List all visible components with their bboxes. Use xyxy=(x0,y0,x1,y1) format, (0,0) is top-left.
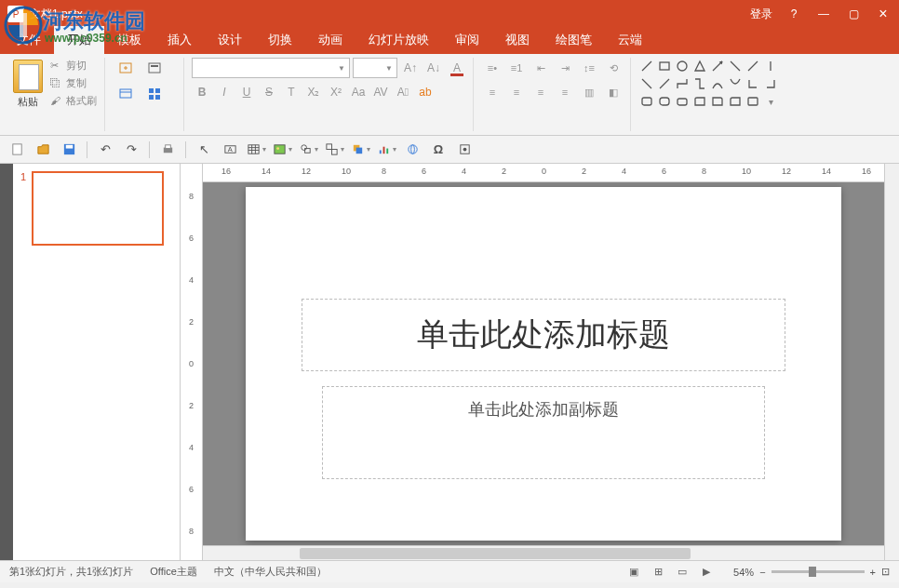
shapes-quick-button[interactable]: ▾ xyxy=(297,140,319,160)
align-center-button[interactable]: ≡ xyxy=(505,82,528,102)
bullets-button[interactable]: ≡• xyxy=(481,58,503,78)
shape-elbow2[interactable] xyxy=(691,75,708,92)
login-link[interactable]: 登录 xyxy=(750,7,772,22)
underline-button[interactable]: U xyxy=(236,82,257,102)
cut-button[interactable]: ✂剪切 xyxy=(48,58,99,74)
view-normal-button[interactable]: ▣ xyxy=(624,564,644,581)
ungroup-button[interactable]: ▾ xyxy=(323,140,345,160)
bold-button[interactable]: B xyxy=(192,82,212,102)
increase-font-button[interactable]: A↑ xyxy=(400,58,421,78)
redo-button[interactable]: ↷ xyxy=(120,140,142,160)
chart-button[interactable]: ▾ xyxy=(375,140,397,160)
shape-curve[interactable] xyxy=(709,75,726,92)
zoom-in-button[interactable]: + xyxy=(870,567,876,578)
view-slideshow-button[interactable]: ▶ xyxy=(696,564,717,581)
shapes-gallery[interactable]: ▾ xyxy=(638,58,888,110)
shape-diag2[interactable] xyxy=(727,58,744,74)
shape-rrect7[interactable] xyxy=(745,93,761,110)
shape-rrect3[interactable] xyxy=(674,93,691,110)
horizontal-scrollbar[interactable] xyxy=(203,545,884,560)
print-button[interactable] xyxy=(156,140,179,160)
zoom-out-button[interactable]: − xyxy=(759,567,765,578)
shape-vert[interactable] xyxy=(762,58,779,74)
indent-dec-button[interactable]: ⇤ xyxy=(530,58,552,78)
view-reading-button[interactable]: ▭ xyxy=(672,564,692,581)
tab-file[interactable]: 文件 xyxy=(4,26,54,54)
text-direction-button[interactable]: ⟲ xyxy=(602,58,624,78)
paste-button[interactable]: 粘贴 xyxy=(11,58,45,111)
shape-triangle[interactable] xyxy=(691,58,708,74)
vertical-scrollbar[interactable] xyxy=(884,164,899,560)
clear-format-button[interactable]: A⃠ xyxy=(393,82,413,102)
tab-design[interactable]: 设计 xyxy=(205,26,255,54)
align-right-button[interactable]: ≡ xyxy=(530,82,552,102)
section-button[interactable] xyxy=(141,83,168,105)
shape-rect[interactable] xyxy=(656,58,673,74)
textbox-button[interactable]: A xyxy=(219,140,241,160)
slide-canvas[interactable]: 单击此处添加标题 单击此处添加副标题 xyxy=(246,187,841,541)
new-button[interactable] xyxy=(6,140,28,160)
shape-rrect2[interactable] xyxy=(656,93,673,110)
italic-button[interactable]: I xyxy=(214,82,235,102)
copy-button[interactable]: ⿻复制 xyxy=(48,75,99,91)
shape-circle[interactable] xyxy=(674,58,691,74)
shape-rrect4[interactable] xyxy=(691,93,708,110)
shape-line[interactable] xyxy=(638,58,655,74)
reset-button[interactable] xyxy=(113,83,139,105)
format-painter-button[interactable]: 🖌格式刷 xyxy=(48,93,99,109)
macro-button[interactable] xyxy=(453,140,476,160)
shape-rrect[interactable] xyxy=(638,93,655,110)
table-button[interactable]: ▾ xyxy=(245,140,267,160)
tab-template[interactable]: 模板 xyxy=(104,26,154,54)
subtitle-placeholder[interactable]: 单击此处添加副标题 xyxy=(322,386,765,479)
layout-button[interactable] xyxy=(141,58,168,80)
font-size-combo[interactable]: ▼ xyxy=(353,58,397,78)
shape-diag5[interactable] xyxy=(656,75,673,92)
align-left-button[interactable]: ≡ xyxy=(481,82,503,102)
shape-rrect6[interactable] xyxy=(727,93,744,110)
font-family-combo[interactable]: ▼ xyxy=(192,58,350,78)
tab-home[interactable]: 开始 xyxy=(54,26,104,54)
minimize-button[interactable]: — xyxy=(815,7,832,20)
numbering-button[interactable]: ≡1 xyxy=(505,58,528,78)
cursor-button[interactable]: ↖ xyxy=(193,140,215,160)
tab-view[interactable]: 视图 xyxy=(492,26,543,54)
indent-inc-button[interactable]: ⇥ xyxy=(554,58,576,78)
shadow-button[interactable]: T xyxy=(281,82,302,102)
justify-button[interactable]: ≡ xyxy=(554,82,576,102)
tab-animation[interactable]: 动画 xyxy=(305,26,356,54)
tab-review[interactable]: 审阅 xyxy=(442,26,492,54)
tab-slideshow[interactable]: 幻灯片放映 xyxy=(356,26,442,54)
symbol-button[interactable]: Ω xyxy=(427,140,450,160)
zoom-fit-button[interactable]: ⊡ xyxy=(881,566,890,578)
hyperlink-button[interactable] xyxy=(401,140,423,160)
canvas-area[interactable]: 单击此处添加标题 单击此处添加副标题 xyxy=(203,182,884,545)
smartart-button[interactable]: ◧ xyxy=(602,82,624,102)
tab-cloud[interactable]: 云端 xyxy=(605,26,655,54)
highlight-button[interactable]: ab xyxy=(415,82,436,102)
zoom-control[interactable]: 54% − + ⊡ xyxy=(733,566,890,578)
font-color-button[interactable]: A xyxy=(447,58,467,78)
title-placeholder[interactable]: 单击此处添加标题 xyxy=(302,299,785,371)
undo-button[interactable]: ↶ xyxy=(94,140,116,160)
shape-arrow[interactable] xyxy=(709,58,726,74)
subscript-button[interactable]: X₂ xyxy=(303,82,324,102)
help-button[interactable]: ? xyxy=(785,7,802,20)
slide-thumbnail[interactable] xyxy=(32,171,164,246)
open-button[interactable] xyxy=(32,140,54,160)
spacing-button[interactable]: AV xyxy=(370,82,391,102)
shape-rrect5[interactable] xyxy=(709,93,726,110)
superscript-button[interactable]: X² xyxy=(326,82,346,102)
shape-diag3[interactable] xyxy=(745,58,761,74)
shape-l2[interactable] xyxy=(762,75,779,92)
new-slide-button[interactable] xyxy=(113,58,139,80)
save-button[interactable] xyxy=(58,140,80,160)
arrange-button[interactable]: ▾ xyxy=(349,140,371,160)
view-sorter-button[interactable]: ⊞ xyxy=(648,564,668,581)
tab-insert[interactable]: 插入 xyxy=(154,26,205,54)
shape-diag4[interactable] xyxy=(638,75,655,92)
status-language[interactable]: 中文（中华人民共和国） xyxy=(214,565,327,579)
shape-curve2[interactable] xyxy=(727,75,744,92)
maximize-button[interactable]: ▢ xyxy=(845,7,862,20)
picture-button[interactable]: ▾ xyxy=(271,140,293,160)
